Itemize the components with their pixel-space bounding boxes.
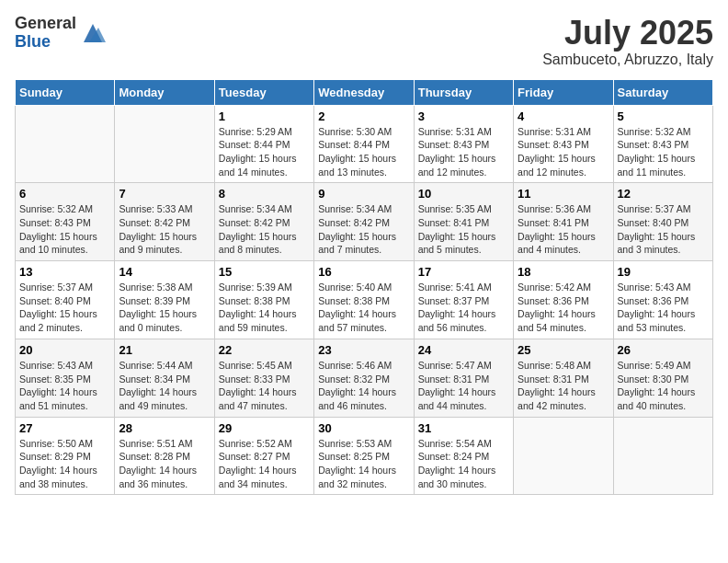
day-number: 26 bbox=[618, 343, 709, 357]
calendar-cell: 8Sunrise: 5:34 AMSunset: 8:42 PMDaylight… bbox=[214, 183, 313, 261]
calendar-week-3: 13Sunrise: 5:37 AMSunset: 8:40 PMDayligh… bbox=[16, 261, 713, 339]
day-number: 24 bbox=[418, 343, 509, 357]
day-number: 10 bbox=[418, 187, 509, 201]
day-number: 27 bbox=[19, 421, 110, 435]
calendar-cell: 31Sunrise: 5:54 AMSunset: 8:24 PMDayligh… bbox=[414, 417, 513, 495]
logo: General Blue bbox=[15, 15, 106, 52]
day-info: Sunrise: 5:31 AMSunset: 8:43 PMDaylight:… bbox=[418, 125, 509, 179]
calendar-cell: 11Sunrise: 5:36 AMSunset: 8:41 PMDayligh… bbox=[514, 183, 613, 261]
calendar-cell bbox=[514, 417, 613, 495]
calendar-week-2: 6Sunrise: 5:32 AMSunset: 8:43 PMDaylight… bbox=[16, 183, 713, 261]
day-info: Sunrise: 5:43 AMSunset: 8:35 PMDaylight:… bbox=[19, 359, 110, 413]
day-info: Sunrise: 5:32 AMSunset: 8:43 PMDaylight:… bbox=[618, 125, 709, 179]
calendar-cell: 3Sunrise: 5:31 AMSunset: 8:43 PMDaylight… bbox=[414, 105, 513, 183]
day-number: 16 bbox=[318, 265, 409, 279]
day-number: 25 bbox=[518, 343, 609, 357]
calendar-cell: 4Sunrise: 5:31 AMSunset: 8:43 PMDaylight… bbox=[514, 105, 613, 183]
day-header-row: SundayMondayTuesdayWednesdayThursdayFrid… bbox=[16, 79, 713, 105]
day-header-saturday: Saturday bbox=[613, 79, 712, 105]
day-number: 19 bbox=[618, 265, 709, 279]
day-info: Sunrise: 5:31 AMSunset: 8:43 PMDaylight:… bbox=[518, 125, 609, 179]
title-area: July 2025 Sambuceto, Abruzzo, Italy bbox=[542, 15, 713, 68]
day-number: 12 bbox=[618, 187, 709, 201]
calendar-cell: 16Sunrise: 5:40 AMSunset: 8:38 PMDayligh… bbox=[314, 261, 414, 339]
day-info: Sunrise: 5:32 AMSunset: 8:43 PMDaylight:… bbox=[19, 202, 110, 257]
calendar-cell: 26Sunrise: 5:49 AMSunset: 8:30 PMDayligh… bbox=[613, 339, 712, 417]
day-info: Sunrise: 5:48 AMSunset: 8:31 PMDaylight:… bbox=[518, 359, 609, 413]
calendar-cell: 22Sunrise: 5:45 AMSunset: 8:33 PMDayligh… bbox=[214, 339, 313, 417]
day-number: 6 bbox=[19, 187, 110, 201]
calendar-cell: 28Sunrise: 5:51 AMSunset: 8:28 PMDayligh… bbox=[115, 417, 214, 495]
calendar-cell: 30Sunrise: 5:53 AMSunset: 8:25 PMDayligh… bbox=[314, 417, 414, 495]
logo-blue-text: Blue bbox=[15, 33, 76, 52]
day-info: Sunrise: 5:40 AMSunset: 8:38 PMDaylight:… bbox=[318, 281, 409, 335]
day-number: 18 bbox=[518, 265, 609, 279]
location-subtitle: Sambuceto, Abruzzo, Italy bbox=[542, 52, 713, 68]
page-header: General Blue July 2025 Sambuceto, Abruzz… bbox=[15, 15, 713, 68]
calendar-cell: 1Sunrise: 5:29 AMSunset: 8:44 PMDaylight… bbox=[214, 105, 313, 183]
day-number: 23 bbox=[318, 343, 409, 357]
calendar-cell: 19Sunrise: 5:43 AMSunset: 8:36 PMDayligh… bbox=[613, 261, 712, 339]
day-info: Sunrise: 5:38 AMSunset: 8:39 PMDaylight:… bbox=[119, 281, 210, 335]
day-info: Sunrise: 5:43 AMSunset: 8:36 PMDaylight:… bbox=[618, 281, 709, 335]
day-info: Sunrise: 5:35 AMSunset: 8:41 PMDaylight:… bbox=[418, 202, 509, 257]
day-info: Sunrise: 5:51 AMSunset: 8:28 PMDaylight:… bbox=[119, 437, 210, 491]
day-number: 29 bbox=[219, 421, 310, 435]
day-info: Sunrise: 5:34 AMSunset: 8:42 PMDaylight:… bbox=[318, 202, 409, 257]
day-number: 3 bbox=[418, 109, 509, 123]
day-number: 21 bbox=[119, 343, 210, 357]
day-info: Sunrise: 5:30 AMSunset: 8:44 PMDaylight:… bbox=[318, 125, 409, 179]
calendar-cell: 9Sunrise: 5:34 AMSunset: 8:42 PMDaylight… bbox=[314, 183, 414, 261]
day-info: Sunrise: 5:42 AMSunset: 8:36 PMDaylight:… bbox=[518, 281, 609, 335]
day-number: 9 bbox=[318, 187, 409, 201]
day-number: 1 bbox=[219, 109, 310, 123]
logo-icon bbox=[80, 20, 106, 46]
day-info: Sunrise: 5:37 AMSunset: 8:40 PMDaylight:… bbox=[19, 281, 110, 335]
day-info: Sunrise: 5:52 AMSunset: 8:27 PMDaylight:… bbox=[219, 437, 310, 491]
month-year-title: July 2025 bbox=[542, 15, 713, 52]
day-header-tuesday: Tuesday bbox=[214, 79, 313, 105]
day-number: 22 bbox=[219, 343, 310, 357]
day-number: 11 bbox=[518, 187, 609, 201]
day-info: Sunrise: 5:39 AMSunset: 8:38 PMDaylight:… bbox=[219, 281, 310, 335]
calendar-cell: 17Sunrise: 5:41 AMSunset: 8:37 PMDayligh… bbox=[414, 261, 513, 339]
calendar-cell: 27Sunrise: 5:50 AMSunset: 8:29 PMDayligh… bbox=[16, 417, 115, 495]
day-header-wednesday: Wednesday bbox=[314, 79, 414, 105]
calendar-cell: 2Sunrise: 5:30 AMSunset: 8:44 PMDaylight… bbox=[314, 105, 414, 183]
day-number: 14 bbox=[119, 265, 210, 279]
calendar-cell: 18Sunrise: 5:42 AMSunset: 8:36 PMDayligh… bbox=[514, 261, 613, 339]
calendar-week-5: 27Sunrise: 5:50 AMSunset: 8:29 PMDayligh… bbox=[16, 417, 713, 495]
day-info: Sunrise: 5:47 AMSunset: 8:31 PMDaylight:… bbox=[418, 359, 509, 413]
day-info: Sunrise: 5:50 AMSunset: 8:29 PMDaylight:… bbox=[19, 437, 110, 491]
day-header-sunday: Sunday bbox=[16, 79, 115, 105]
day-info: Sunrise: 5:45 AMSunset: 8:33 PMDaylight:… bbox=[219, 359, 310, 413]
day-header-monday: Monday bbox=[115, 79, 214, 105]
day-header-thursday: Thursday bbox=[414, 79, 513, 105]
day-number: 4 bbox=[518, 109, 609, 123]
day-info: Sunrise: 5:53 AMSunset: 8:25 PMDaylight:… bbox=[318, 437, 409, 491]
day-info: Sunrise: 5:46 AMSunset: 8:32 PMDaylight:… bbox=[318, 359, 409, 413]
calendar-cell: 23Sunrise: 5:46 AMSunset: 8:32 PMDayligh… bbox=[314, 339, 414, 417]
calendar-cell bbox=[613, 417, 712, 495]
day-info: Sunrise: 5:54 AMSunset: 8:24 PMDaylight:… bbox=[418, 437, 509, 491]
calendar-cell bbox=[16, 105, 115, 183]
calendar-cell: 7Sunrise: 5:33 AMSunset: 8:42 PMDaylight… bbox=[115, 183, 214, 261]
calendar-cell: 15Sunrise: 5:39 AMSunset: 8:38 PMDayligh… bbox=[214, 261, 313, 339]
day-info: Sunrise: 5:34 AMSunset: 8:42 PMDaylight:… bbox=[219, 202, 310, 257]
calendar-cell: 10Sunrise: 5:35 AMSunset: 8:41 PMDayligh… bbox=[414, 183, 513, 261]
calendar-cell: 25Sunrise: 5:48 AMSunset: 8:31 PMDayligh… bbox=[514, 339, 613, 417]
day-info: Sunrise: 5:49 AMSunset: 8:30 PMDaylight:… bbox=[618, 359, 709, 413]
day-number: 28 bbox=[119, 421, 210, 435]
calendar-cell: 24Sunrise: 5:47 AMSunset: 8:31 PMDayligh… bbox=[414, 339, 513, 417]
calendar-cell: 12Sunrise: 5:37 AMSunset: 8:40 PMDayligh… bbox=[613, 183, 712, 261]
day-info: Sunrise: 5:33 AMSunset: 8:42 PMDaylight:… bbox=[119, 202, 210, 257]
calendar-cell: 14Sunrise: 5:38 AMSunset: 8:39 PMDayligh… bbox=[115, 261, 214, 339]
calendar-week-4: 20Sunrise: 5:43 AMSunset: 8:35 PMDayligh… bbox=[16, 339, 713, 417]
day-number: 2 bbox=[318, 109, 409, 123]
calendar-table: SundayMondayTuesdayWednesdayThursdayFrid… bbox=[15, 79, 713, 496]
day-info: Sunrise: 5:29 AMSunset: 8:44 PMDaylight:… bbox=[219, 125, 310, 179]
calendar-cell: 6Sunrise: 5:32 AMSunset: 8:43 PMDaylight… bbox=[16, 183, 115, 261]
day-number: 15 bbox=[219, 265, 310, 279]
calendar-cell: 29Sunrise: 5:52 AMSunset: 8:27 PMDayligh… bbox=[214, 417, 313, 495]
day-header-friday: Friday bbox=[514, 79, 613, 105]
